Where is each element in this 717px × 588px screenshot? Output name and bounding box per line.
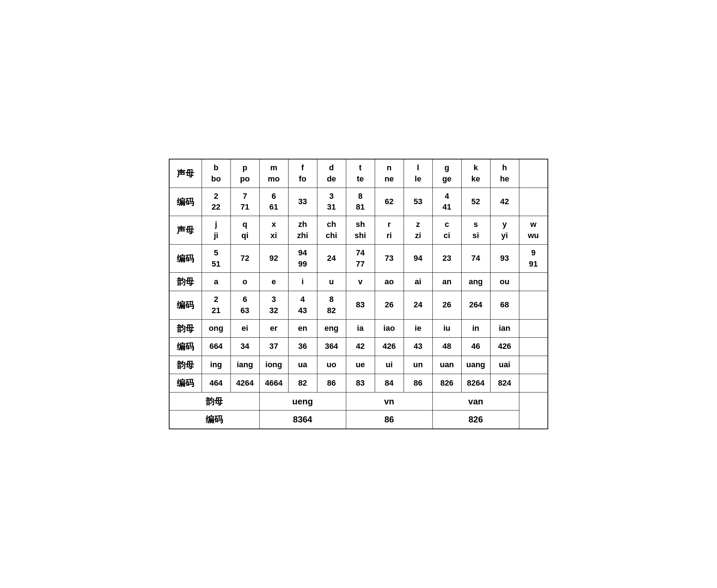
table-row: 编码2216633324438828326242626468 (169, 291, 548, 319)
table-cell (519, 273, 548, 291)
table-cell: bbo (202, 159, 230, 188)
table-cell: 426 (375, 338, 404, 356)
table-cell: qqi (230, 216, 259, 245)
table-cell: 364 (317, 338, 346, 356)
table-cell: ao (375, 273, 404, 291)
table-cell: uang (461, 356, 490, 374)
table-cell: uo (317, 356, 346, 374)
table-cell: 264 (461, 291, 490, 319)
table-cell: iong (259, 356, 288, 374)
table-cell: 331 (317, 188, 346, 216)
table-row: 声母bboppommoffoddettennelleggekkehhe (169, 159, 548, 188)
table-cell: ang (461, 273, 490, 291)
table-cell: 464 (202, 374, 230, 392)
table-row: 声母jjiqqixxizhzhichchishshirrizziccissiyy… (169, 216, 548, 245)
table-cell: ai (404, 273, 432, 291)
table-cell: 86 (317, 374, 346, 392)
table-row: 编码66434373636442426434846426 (169, 338, 548, 356)
table-cell: 46 (461, 338, 490, 356)
row-label: 韵母 (169, 319, 202, 338)
table-cell: an (432, 273, 461, 291)
table-cell: gge (432, 159, 461, 188)
table-cell: ia (346, 319, 375, 338)
table-cell: 663 (230, 291, 259, 319)
table-cell: un (404, 356, 432, 374)
table-cell: ong (202, 319, 230, 338)
table-cell: 37 (259, 338, 288, 356)
table-cell: 664 (202, 338, 230, 356)
table-cell: ue (346, 356, 375, 374)
table-cell: xxi (259, 216, 288, 245)
row-label: 韵母 (169, 356, 202, 374)
table-cell: 74 (461, 244, 490, 273)
table-cell: chchi (317, 216, 346, 245)
table-cell: ian (490, 319, 519, 338)
table-cell: kke (461, 159, 490, 188)
table-cell: ppo (230, 159, 259, 188)
table-cell: 83 (346, 374, 375, 392)
table-cell: 86 (404, 374, 432, 392)
table-cell: 24 (317, 244, 346, 273)
table-cell: 443 (288, 291, 317, 319)
table-row: 编码551729294992474777394237493991 (169, 244, 548, 273)
table-cell: eng (317, 319, 346, 338)
table-cell: 9499 (288, 244, 317, 273)
table-cell: yyi (490, 216, 519, 245)
row-label: 编码 (169, 291, 202, 319)
table-cell: ffo (288, 159, 317, 188)
table-cell: 94 (404, 244, 432, 273)
row-label: 编码 (169, 188, 202, 216)
table-cell: 882 (317, 291, 346, 319)
table-cell (519, 291, 548, 319)
table-cell: 991 (519, 244, 548, 273)
table-cell: tte (346, 159, 375, 188)
table-cell: 826 (432, 374, 461, 392)
table-cell: 7477 (346, 244, 375, 273)
table-cell: 4264 (230, 374, 259, 392)
table-cell (519, 188, 548, 216)
row-label: 声母 (169, 216, 202, 245)
table-cell (519, 374, 548, 392)
table-cell: uai (490, 356, 519, 374)
table-cell: 23 (432, 244, 461, 273)
row-label: 编码 (169, 244, 202, 273)
bianma-8364: 8364 (259, 411, 346, 429)
table-cell: 221 (202, 291, 230, 319)
table-cell: 68 (490, 291, 519, 319)
table-cell: 222 (202, 188, 230, 216)
table-cell: v (346, 273, 375, 291)
table-cell: i (288, 273, 317, 291)
table-cell: dde (317, 159, 346, 188)
table-row: 韵母ongeierenengiaiaoieiuinian (169, 319, 548, 338)
table-cell: 26 (432, 291, 461, 319)
table-row: 编码2227716613333188162534415242 (169, 188, 548, 216)
table-cell: hhe (490, 159, 519, 188)
table-cell (519, 159, 548, 188)
table-cell: cci (432, 216, 461, 245)
table-cell: jji (202, 216, 230, 245)
table-cell: 84 (375, 374, 404, 392)
table-cell: 82 (288, 374, 317, 392)
table-cell: 661 (259, 188, 288, 216)
table-cell: ie (404, 319, 432, 338)
yunmu-ueng: ueng (259, 392, 346, 411)
table-cell: ssi (461, 216, 490, 245)
table-cell: lle (404, 159, 432, 188)
bianma-826: 826 (432, 411, 519, 429)
table-cell: ing (202, 356, 230, 374)
table-row: 韵母uengvnvan (169, 392, 548, 411)
table-cell: 33 (288, 188, 317, 216)
table-cell (519, 319, 548, 338)
bianma-label: 编码 (169, 411, 259, 429)
table-cell (519, 338, 548, 356)
table-cell: 24 (404, 291, 432, 319)
table-cell: 42 (490, 188, 519, 216)
table-cell: 48 (432, 338, 461, 356)
table-row: 韵母ingiangionguauoueuiunuanuanguai (169, 356, 548, 374)
table-cell: uan (432, 356, 461, 374)
table-cell: 441 (432, 188, 461, 216)
table-cell: nne (375, 159, 404, 188)
row-label: 声母 (169, 159, 202, 188)
table-row: 编码836486826 (169, 411, 548, 429)
table-cell: 771 (230, 188, 259, 216)
